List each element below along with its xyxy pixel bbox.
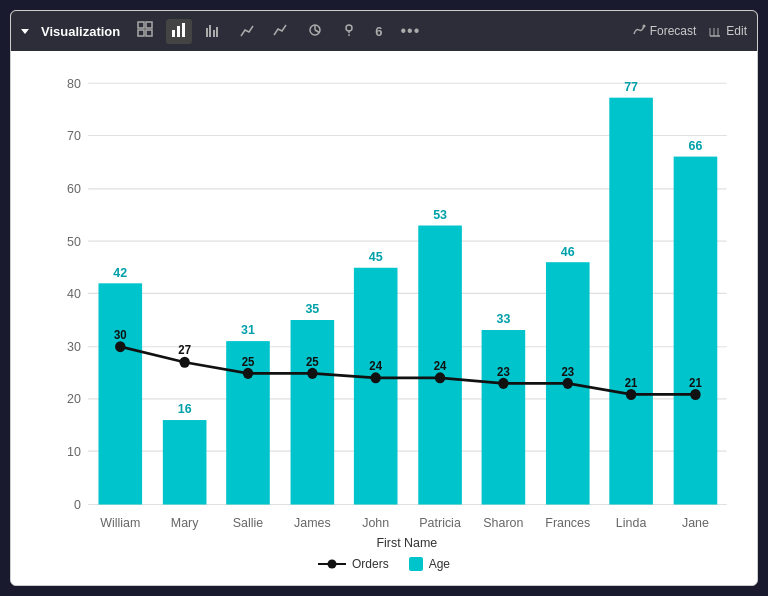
edit-button[interactable]: Edit [708,24,747,38]
toolbar-title: Visualization [41,24,120,39]
svg-text:Sharon: Sharon [483,514,523,530]
svg-text:16: 16 [178,401,192,417]
svg-text:70: 70 [67,128,81,144]
dot-patricia [435,372,445,383]
legend-item-age: Age [409,557,450,571]
svg-text:24: 24 [434,359,447,373]
dot-frances [563,378,573,389]
svg-point-15 [642,25,645,28]
bar-mary[interactable] [163,420,207,504]
dot-sharon [498,378,508,389]
chart-area: 0 10 20 30 40 50 60 70 80 42 16 [11,51,757,585]
legend-orders-line [318,563,346,565]
svg-text:50: 50 [67,233,81,249]
svg-text:James: James [294,514,331,530]
dot-sallie [243,368,253,379]
svg-text:John: John [362,514,389,530]
collapse-icon[interactable] [21,29,29,34]
svg-text:46: 46 [561,243,575,259]
chart-container: Visualization [10,10,758,586]
svg-text:23: 23 [561,364,574,378]
orders-line [120,347,695,395]
svg-rect-0 [138,22,144,28]
dot-jane [690,389,700,400]
svg-rect-5 [177,26,180,37]
legend-item-orders: Orders [318,557,389,571]
dot-john [371,372,381,383]
svg-text:23: 23 [497,364,510,378]
grouped-bar-icon[interactable] [200,19,226,44]
svg-text:William: William [100,514,140,530]
svg-text:66: 66 [689,138,703,154]
svg-rect-6 [182,23,185,37]
svg-text:31: 31 [241,322,255,338]
svg-rect-8 [209,25,211,37]
bar-chart-icon[interactable] [166,19,192,44]
bar-william[interactable] [98,283,142,504]
svg-text:Jane: Jane [682,514,709,530]
svg-text:35: 35 [305,301,319,317]
area-icon[interactable] [302,19,328,44]
svg-text:25: 25 [306,354,319,368]
line-icon[interactable] [268,19,294,44]
bar-sharon[interactable] [482,330,526,505]
edit-label: Edit [726,24,747,38]
svg-rect-10 [216,27,218,37]
svg-text:Mary: Mary [171,514,199,530]
forecast-label: Forecast [650,24,697,38]
map-icon[interactable] [336,19,362,44]
bar-james[interactable] [291,320,335,505]
svg-text:27: 27 [178,343,191,357]
svg-text:24: 24 [369,359,382,373]
svg-text:Patricia: Patricia [419,514,461,530]
chart-svg-container: 0 10 20 30 40 50 60 70 80 42 16 [31,71,737,549]
legend-orders-dot [327,560,336,569]
bar-john[interactable] [354,268,398,505]
svg-rect-3 [146,30,152,36]
svg-text:42: 42 [113,264,127,280]
svg-text:80: 80 [67,75,81,91]
table-icon[interactable] [132,18,158,44]
dot-james [307,368,317,379]
svg-text:25: 25 [242,354,255,368]
scatter-icon[interactable] [234,19,260,44]
number-icon[interactable]: 6 [370,21,387,42]
svg-text:10: 10 [67,443,81,459]
toolbar-left: Visualization [21,18,626,44]
svg-text:53: 53 [433,206,447,222]
svg-text:21: 21 [689,375,702,389]
legend-age-label: Age [429,557,450,571]
dot-linda [626,389,636,400]
svg-text:First Name: First Name [376,534,437,549]
svg-text:0: 0 [74,497,81,513]
svg-text:21: 21 [625,375,638,389]
chart-legend: Orders Age [31,549,737,575]
svg-rect-9 [213,30,215,37]
svg-text:30: 30 [114,328,127,342]
svg-text:60: 60 [67,181,81,197]
svg-rect-4 [172,30,175,37]
svg-text:40: 40 [67,285,81,301]
svg-text:33: 33 [496,311,510,327]
svg-rect-1 [146,22,152,28]
svg-text:Linda: Linda [616,514,647,530]
svg-text:77: 77 [624,79,638,95]
forecast-button[interactable]: Forecast [632,24,697,38]
bar-linda[interactable] [609,98,653,505]
legend-orders-label: Orders [352,557,389,571]
svg-rect-2 [138,30,144,36]
svg-text:Sallie: Sallie [233,514,263,530]
toolbar-right: Forecast Edit [632,24,747,38]
more-icon[interactable]: ••• [395,19,425,43]
bar-jane[interactable] [674,157,718,505]
main-chart-svg: 0 10 20 30 40 50 60 70 80 42 16 [31,71,737,549]
svg-text:Frances: Frances [545,514,590,530]
svg-rect-7 [206,28,208,37]
svg-text:45: 45 [369,249,383,265]
legend-age-swatch [409,557,423,571]
toolbar: Visualization [11,11,757,51]
svg-point-14 [346,25,352,31]
dot-mary [179,357,189,368]
svg-text:20: 20 [67,391,81,407]
svg-text:30: 30 [67,339,81,355]
